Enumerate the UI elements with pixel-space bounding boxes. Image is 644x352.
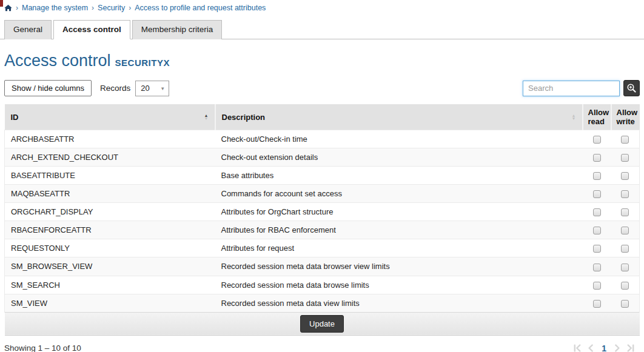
cell-id: ARCH_EXTEND_CHECKOUT [5,148,215,167]
tab-membership-criteria[interactable]: Membership criteria [132,20,223,39]
allow-read-checkbox[interactable] [593,136,601,144]
table-row: ARCHBASEATTR Check-out/Check-in time [5,130,640,148]
cell-id: RBACENFORCEATTR [5,221,215,239]
cell-description: Attributes for RBAC enforcement [215,221,583,239]
cell-description: Commands for account set access [215,185,583,203]
page-number[interactable]: 1 [600,344,608,352]
table-footer: Showing 1 – 10 of 10 1 [4,344,640,352]
allow-read-checkbox[interactable] [593,300,601,308]
cell-id: ARCHBASEATTR [5,130,215,148]
sort-icon-id: ▲ ▼ [204,114,209,120]
table-row: SM_VIEW Recorded session meta data view … [5,294,640,312]
table-row: ARCH_EXTEND_CHECKOUT Check-out extension… [5,148,640,167]
cell-description: Attributes for OrgChart structure [215,203,583,221]
allow-write-checkbox[interactable] [621,154,629,162]
allow-read-checkbox[interactable] [593,208,601,216]
main-content: Access controlSECURITYX Show / hide colu… [0,51,644,352]
allow-read-checkbox[interactable] [593,227,601,234]
table-row: REQUESTONLY Attributes for request [5,239,640,257]
toolbar-left: Show / hide columns Records 20 ▼ [4,80,169,96]
records-select[interactable]: 20 ▼ [135,81,169,96]
allow-write-checkbox[interactable] [621,227,629,234]
last-page-button[interactable] [626,344,635,352]
column-header-allow-write[interactable]: Allow write [611,104,640,130]
allow-read-checkbox[interactable] [593,190,601,198]
breadcrumb-separator: › [16,4,18,12]
first-page-button[interactable] [573,344,582,352]
table-row: MAQBASEATTR Commands for account set acc… [5,185,640,203]
allow-write-checkbox[interactable] [621,190,629,198]
breadcrumb-separator: › [129,4,131,12]
allow-read-checkbox[interactable] [593,245,601,253]
allow-write-checkbox[interactable] [621,245,629,253]
tab-bar: General Access control Membership criter… [0,20,644,39]
update-button[interactable]: Update [300,315,344,333]
allow-write-checkbox[interactable] [621,172,629,180]
first-page-icon [573,344,582,352]
records-label: Records [100,84,130,93]
corner-mark [0,0,3,7]
show-hide-columns-button[interactable]: Show / hide columns [4,80,92,96]
last-page-icon [626,344,635,352]
cell-id: REQUESTONLY [5,239,215,257]
table-header-row: ID ▲ ▼ Description ▲ ▼ [5,104,640,130]
home-icon[interactable] [4,4,12,12]
cell-description: Recorded session meta data browse limits [215,276,583,294]
pagination: 1 [573,344,640,352]
previous-page-icon [586,344,595,352]
column-header-description[interactable]: Description ▲ ▼ [215,104,583,130]
breadcrumb: › Manage the system › Security › Access … [0,0,644,13]
update-row: Update [5,312,640,335]
next-page-icon [612,344,622,352]
breadcrumb-link-access-attributes[interactable]: Access to profile and request attributes [135,4,266,12]
cell-id: SM_BROWSER_VIEW [5,257,215,276]
allow-read-checkbox[interactable] [593,282,601,290]
search-input[interactable] [523,81,620,96]
toolbar: Show / hide columns Records 20 ▼ [4,80,640,96]
showing-text: Showing 1 – 10 of 10 [4,344,81,352]
table-row: ORGCHART_DISPLAY Attributes for OrgChart… [5,203,640,221]
column-header-id-label: ID [11,113,19,122]
chevron-down-icon: ▼ [160,86,165,91]
page-subtitle: SECURITYX [115,58,170,68]
records-select-value: 20 [141,84,149,93]
cell-description: Check-out extension details [215,148,583,167]
allow-write-checkbox[interactable] [621,300,629,308]
search-zoom-icon [626,83,637,93]
cell-description: Recorded session meta data browser view … [215,257,583,276]
sort-icon-description: ▲ ▼ [572,114,576,120]
next-page-button[interactable] [612,344,622,352]
tab-access-control[interactable]: Access control [53,20,130,39]
page-title: Access controlSECURITYX [4,51,640,70]
allow-read-checkbox[interactable] [593,172,601,180]
tab-general[interactable]: General [4,20,52,39]
column-header-id[interactable]: ID ▲ ▼ [5,104,215,130]
column-header-allow-read[interactable]: Allow read [583,104,611,130]
column-header-description-label: Description [222,113,266,122]
cell-description: Attributes for request [215,239,583,257]
allow-write-checkbox[interactable] [621,208,629,216]
cell-description: Recorded session meta data view limits [215,294,583,312]
table-row: RBACENFORCEATTR Attributes for RBAC enfo… [5,221,640,239]
search-button[interactable] [623,80,640,96]
allow-write-checkbox[interactable] [621,264,629,271]
table-row: BASEATTRIBUTE Base attributes [5,167,640,185]
cell-id: MAQBASEATTR [5,185,215,203]
cell-id: BASEATTRIBUTE [5,167,215,185]
table-row: SM_SEARCH Recorded session meta data bro… [5,276,640,294]
allow-write-checkbox[interactable] [621,136,629,144]
cell-id: ORGCHART_DISPLAY [5,203,215,221]
allow-read-checkbox[interactable] [593,264,601,271]
cell-description: Base attributes [215,167,583,185]
allow-read-checkbox[interactable] [593,154,601,162]
breadcrumb-link-security[interactable]: Security [98,4,125,12]
cell-id: SM_SEARCH [5,276,215,294]
search-area [523,80,640,96]
table-body: ARCHBASEATTR Check-out/Check-in time ARC… [5,130,640,313]
page-title-text: Access control [4,51,111,70]
allow-write-checkbox[interactable] [621,282,629,290]
cell-id: SM_VIEW [5,294,215,312]
cell-description: Check-out/Check-in time [215,130,583,148]
breadcrumb-link-manage-system[interactable]: Manage the system [22,4,88,12]
previous-page-button[interactable] [586,344,595,352]
